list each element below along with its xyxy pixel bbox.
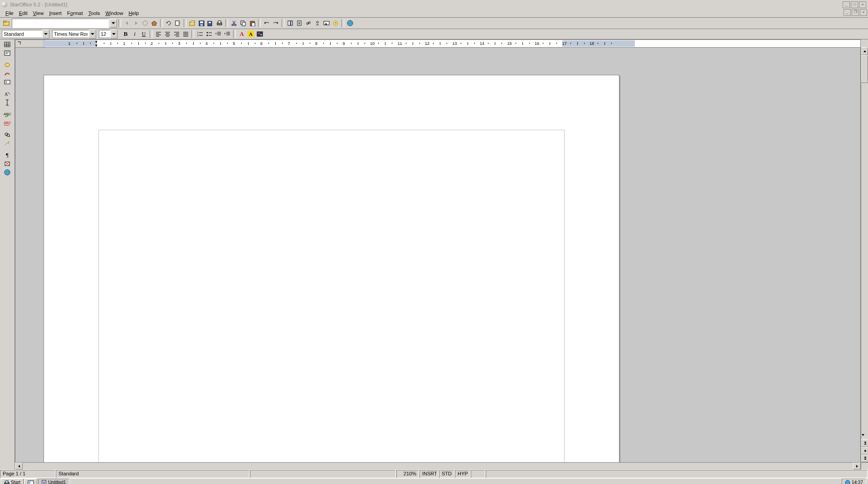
font-name-combo[interactable] [52,29,96,39]
edit-autotext-icon[interactable]: A [3,90,12,98]
align-center-button[interactable] [163,29,172,39]
mdi-restore-button[interactable]: ❐ [852,9,859,16]
menu-insert[interactable]: Insert [46,10,64,16]
status-std[interactable]: STD [439,470,454,478]
align-left-button[interactable] [154,29,163,39]
mdi-minimize-button[interactable]: _ [844,9,851,16]
navigator-icon[interactable] [286,19,295,28]
nav-select-button[interactable] [861,447,868,455]
reload-icon[interactable] [164,19,173,28]
menu-tools[interactable]: Tools [86,10,103,16]
scroll-right-button[interactable] [853,463,861,469]
redo-icon[interactable] [271,19,280,28]
insert-table-icon[interactable] [3,40,12,49]
find-icon[interactable] [3,131,12,139]
edit-icon[interactable] [173,19,182,28]
minimize-button[interactable]: _ [843,1,850,8]
form-icon[interactable] [3,78,12,86]
font-size-combo[interactable] [99,29,117,39]
maximize-button[interactable]: □ [851,1,858,8]
mdi-close-button[interactable]: × [860,9,867,16]
paste-icon[interactable] [248,19,257,28]
font-name-input[interactable] [52,30,89,38]
insert-object-icon[interactable] [3,61,12,69]
show-draw-icon[interactable] [3,69,12,78]
status-hyp[interactable]: HYP [455,470,470,478]
status-page[interactable]: Page 1 / 1 [0,470,55,478]
font-color-button[interactable]: A [237,29,246,39]
nav-forward-icon[interactable] [132,19,141,28]
print-icon[interactable] [215,19,224,28]
italic-button[interactable]: i [130,29,139,39]
scroll-thumb-h[interactable] [23,463,50,469]
status-zoom[interactable]: 210% [396,470,419,478]
font-size-dropdown[interactable] [110,29,117,39]
nav-back-icon[interactable] [122,19,132,28]
close-button[interactable]: × [859,1,866,8]
save-icon[interactable] [197,19,206,28]
help-icon[interactable]: ? [331,19,340,28]
scroll-left-button[interactable] [15,463,23,469]
paragraph-background-button[interactable] [255,29,264,39]
scroll-down-button[interactable] [861,432,868,439]
prev-page-button[interactable] [861,439,868,447]
start-button[interactable]: Start [1,479,24,484]
online-layout-icon[interactable] [3,168,12,176]
url-dropdown-button[interactable] [110,19,117,28]
nonprinting-chars-icon[interactable]: ¶ [3,151,12,159]
stylist-icon[interactable] [295,19,304,28]
task-untitled1[interactable]: Untitled1 [38,479,69,484]
bold-button[interactable]: B [121,29,130,39]
open-icon[interactable] [188,19,197,28]
increase-indent-button[interactable] [223,29,232,39]
document-canvas[interactable] [15,48,861,469]
url-combo[interactable] [11,19,117,28]
direct-cursor-icon[interactable] [3,98,12,107]
menu-view[interactable]: View [30,10,47,16]
data-source-icon[interactable] [3,139,12,147]
align-justify-button[interactable] [181,29,190,39]
underline-button[interactable]: U [139,29,148,39]
status-style[interactable]: Standard [56,470,249,478]
globe-icon[interactable] [346,19,355,28]
scroll-thumb-v[interactable] [861,55,868,83]
next-page-button[interactable] [861,455,868,462]
decrease-indent-button[interactable] [214,29,223,39]
highlight-button[interactable]: A [246,29,255,39]
graphics-onoff-icon[interactable] [3,160,12,168]
vertical-scrollbar[interactable] [861,47,868,463]
page[interactable] [44,75,619,469]
scroll-up-button[interactable] [861,47,868,55]
status-sel[interactable] [471,470,485,478]
save-as-icon[interactable] [206,19,215,28]
home-icon[interactable] [150,19,159,28]
font-name-dropdown[interactable] [89,29,96,39]
menu-edit[interactable]: Edit [16,10,30,16]
gallery-icon[interactable] [322,19,331,28]
auto-spellcheck-icon[interactable]: ABC [3,119,12,127]
align-right-button[interactable] [172,29,181,39]
menu-help[interactable]: Help [126,10,142,16]
paragraph-style-dropdown[interactable] [42,29,49,39]
status-insert[interactable]: INSRT [419,470,439,478]
horizontal-ruler[interactable]: 1123456789101112131415161718▾▾ [15,39,861,48]
cut-icon[interactable] [229,19,239,28]
hyperlink-icon[interactable] [304,19,313,28]
undo-icon[interactable] [262,19,271,28]
copy-icon[interactable] [239,19,248,28]
horizontal-scrollbar[interactable] [15,462,868,469]
menu-file[interactable]: File [3,10,16,16]
bulleted-list-button[interactable] [205,29,214,39]
text-frame[interactable] [98,130,565,469]
tray[interactable]: 14:37 [842,479,866,484]
paragraph-style-combo[interactable] [2,29,49,39]
gallery-person-icon[interactable] [313,19,322,28]
menu-window[interactable]: Window [102,10,126,16]
folder-icon[interactable] [2,19,11,28]
menu-format[interactable]: Format [64,10,86,16]
quicklaunch-button[interactable] [24,479,37,484]
insert-fields-icon[interactable] [3,49,12,57]
spellcheck-icon[interactable]: ABC [3,110,12,118]
numbered-list-button[interactable]: 12 [195,29,205,39]
stop-icon[interactable] [141,19,150,28]
